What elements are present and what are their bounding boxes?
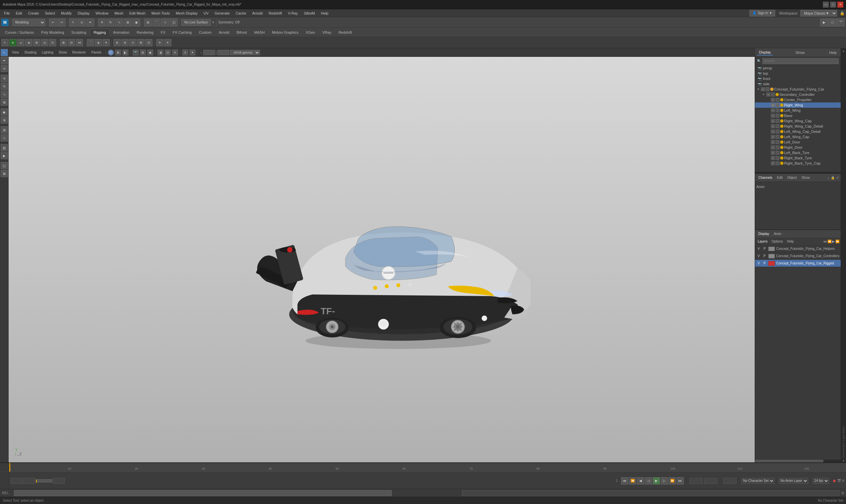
layer-row-helpers[interactable]: V P Concept_Futuristic_Flying_Car_Helper… xyxy=(755,245,841,252)
cb-anim-tab[interactable]: Anim xyxy=(756,185,765,189)
menu-modify[interactable]: Modify xyxy=(58,11,74,16)
le-next-icon[interactable]: ⏩ xyxy=(835,240,840,243)
vp-menu-show[interactable]: Show xyxy=(56,50,69,55)
exposure-input[interactable]: 0.00 xyxy=(203,50,215,55)
transport-go-end[interactable]: ⏭ xyxy=(677,477,684,485)
viewport-3d[interactable]: TF- xyxy=(8,57,755,462)
vp-wireframe-icon[interactable]: ⊠ xyxy=(115,50,121,55)
le-tab-anim[interactable]: Anim xyxy=(773,232,783,236)
shelf-skin-btn[interactable]: ⊠ xyxy=(60,39,67,46)
vp-persp-icon[interactable]: P xyxy=(108,50,114,55)
range-start-input[interactable]: 1 xyxy=(690,478,703,484)
anim-btn[interactable]: 🎬 xyxy=(837,18,845,26)
vp-menu-view[interactable]: View xyxy=(10,50,21,55)
shelf-tab-redshift[interactable]: Redshift xyxy=(335,29,355,36)
minimize-button[interactable]: — xyxy=(823,2,829,7)
shelf-constraint-btn[interactable]: ⊞ xyxy=(33,39,40,46)
tree-item-rdoor[interactable]: V Right_Door xyxy=(755,145,841,150)
menu-mesh[interactable]: Mesh xyxy=(112,11,126,16)
shelf-tab-rendering[interactable]: Rendering xyxy=(133,29,157,36)
shelf-joint-btn[interactable]: ⊕ xyxy=(9,39,17,46)
menu-arnold[interactable]: Arnold xyxy=(249,11,265,16)
left-rotate-btn[interactable]: ↻ xyxy=(1,83,8,90)
transport-play-fwd[interactable]: ▶ xyxy=(653,477,660,485)
lasso-tool-button[interactable]: ⊙ xyxy=(78,18,86,26)
menu-generate[interactable]: Generate xyxy=(212,11,232,16)
menu-cache[interactable]: Cache xyxy=(233,11,249,16)
vp-menu-lighting[interactable]: Lighting xyxy=(40,50,55,55)
outliner-scrollbar[interactable] xyxy=(755,172,841,173)
vp-menu-panels[interactable]: Panels xyxy=(89,50,104,55)
transport-play-back[interactable]: ◁ xyxy=(645,477,652,485)
transport-next-frame[interactable]: ▷ xyxy=(661,477,668,485)
menu-display[interactable]: Display xyxy=(75,11,92,16)
left-paint-btn[interactable]: ✒ xyxy=(1,57,8,64)
menu-select[interactable]: Select xyxy=(42,11,58,16)
tree-item-lbtyre[interactable]: V Left_Back_Tyre xyxy=(755,150,841,155)
shelf-snap-btn[interactable]: ⊙ xyxy=(130,39,137,46)
le-scrollbar[interactable] xyxy=(755,460,841,462)
paint-tool-button[interactable]: ✒ xyxy=(86,18,94,26)
workspace-dropdown[interactable]: Maya Classic▼ xyxy=(800,10,837,17)
shelf-deformer-btn[interactable]: ⊡ xyxy=(49,39,56,46)
current-frame-input[interactable]: 1 xyxy=(23,478,35,484)
outliner-help-tab[interactable]: Help xyxy=(827,50,839,55)
shelf-select-btn[interactable]: ↖ xyxy=(1,39,8,46)
shelf-tab-bifrost[interactable]: Bifrost xyxy=(233,29,251,36)
snap-grid-button[interactable]: ⊞ xyxy=(144,18,152,26)
left-move-btn[interactable]: ✛ xyxy=(1,75,8,82)
tree-item-lwcapdetail[interactable]: V Left_Wing_Cap_Detail xyxy=(755,129,841,134)
left-wire-btn[interactable]: ⊠ xyxy=(1,170,8,177)
snap-curve-button[interactable]: ⌒ xyxy=(153,18,160,26)
le-rewind-icon[interactable]: ⏮ xyxy=(824,240,827,243)
tree-item-rbtyrecap[interactable]: V Right_Back_Tyre_Cap xyxy=(755,161,841,166)
tree-item-center-prop[interactable]: V Center_Propeller xyxy=(755,97,841,103)
menu-3dtoall[interactable]: 3dtoAll xyxy=(301,11,317,16)
timeline-ruler-row[interactable]: 1 10 20 30 40 50 60 70 80 90 100 110 120 xyxy=(0,463,846,473)
shelf-fk-btn[interactable]: ◈ xyxy=(25,39,32,46)
shelf-orient-btn[interactable]: ⊕ xyxy=(114,39,121,46)
vp-isolate-icon[interactable]: ◉ xyxy=(147,50,153,55)
vp-cam-icon[interactable]: 📷 xyxy=(133,50,139,55)
cb-tab-channels[interactable]: Channels xyxy=(757,176,774,180)
symmetry-button[interactable]: Symmetry: Off xyxy=(218,20,240,24)
settings-icon[interactable]: ⚙ xyxy=(842,479,845,483)
layer-v-controllers[interactable]: V xyxy=(756,254,761,258)
vp-menu-shading[interactable]: Shading xyxy=(22,50,39,55)
layer-p-controllers[interactable]: P xyxy=(762,254,767,258)
le-tab-display[interactable]: Display xyxy=(757,232,771,236)
vp-smooth-icon[interactable]: ◑ xyxy=(157,50,163,55)
left-lasso-btn[interactable]: ⊙ xyxy=(1,65,8,72)
cb-tab-show[interactable]: Show xyxy=(800,176,811,180)
mode-dropdown[interactable]: Modeling xyxy=(12,19,45,26)
range-max-input[interactable]: 200 xyxy=(723,478,737,484)
menu-mesh-tools[interactable]: Mesh Tools xyxy=(149,11,172,16)
shelf-weight-btn[interactable]: ⊟ xyxy=(68,39,75,46)
no-live-surface-button[interactable]: No Live Surface xyxy=(181,19,211,26)
maximize-button[interactable]: □ xyxy=(830,2,836,7)
shelf-tab-rigging[interactable]: Rigging xyxy=(90,29,109,36)
transport-go-start[interactable]: ⏮ xyxy=(621,477,628,485)
menu-edit[interactable]: Edit xyxy=(13,11,25,16)
vp-menu-renderer[interactable]: Renderer xyxy=(70,50,88,55)
layer-v-rigged[interactable]: V xyxy=(756,262,761,265)
menu-create[interactable]: Create xyxy=(25,11,42,16)
layer-row-rigged[interactable]: V P Concept_Futuristic_Flying_Car_Rigged xyxy=(755,260,841,267)
camera-item-persp[interactable]: 📷 persp xyxy=(755,66,841,71)
shelf-tab-mash[interactable]: MASH xyxy=(251,29,268,36)
le-prev-icon[interactable]: ⏪ xyxy=(827,240,831,243)
frame-end-input[interactable]: 120 xyxy=(53,478,65,484)
record-icon[interactable]: ⏺ xyxy=(832,479,836,483)
vert-arrow-up[interactable]: ▲ xyxy=(842,50,845,53)
left-soft-btn[interactable]: ◉ xyxy=(1,108,8,116)
vert-arrow-down[interactable]: ▼ xyxy=(842,460,845,462)
tree-item-main-car[interactable]: ▼ V Concept_Futuristic_Flying_Car xyxy=(755,87,841,92)
le-subtab-help[interactable]: Help xyxy=(785,239,795,244)
transport-prev-frame[interactable]: ◀ xyxy=(637,477,644,485)
rotate-button[interactable]: ↻ xyxy=(106,18,115,26)
left-layer-btn[interactable]: ▤ xyxy=(1,144,8,151)
tree-item-left-wing[interactable]: V Left_Wing xyxy=(755,108,841,113)
tree-item-secondary-ctrl[interactable]: ▼ V Secondary_Controller xyxy=(755,92,841,97)
shelf-cluster-btn[interactable]: ✦ xyxy=(103,39,110,46)
snap-point-button[interactable]: ⊹ xyxy=(161,18,169,26)
